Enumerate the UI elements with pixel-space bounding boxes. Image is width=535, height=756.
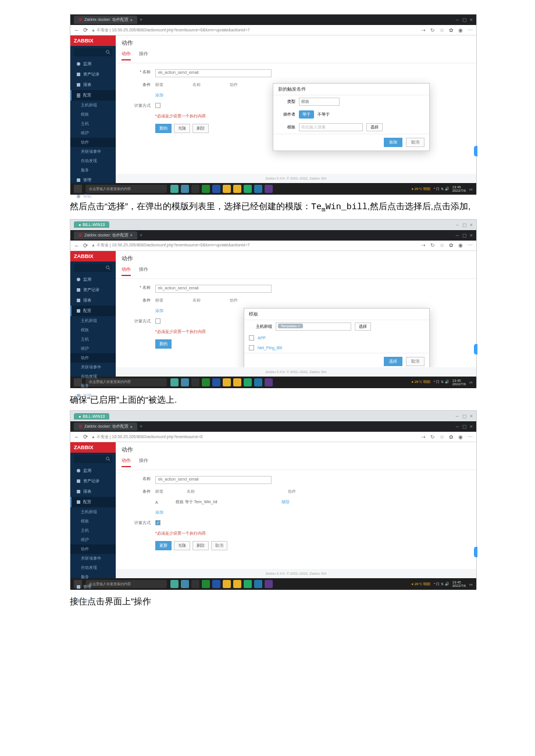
warn-text: *必须至少设置一个执行内容 xyxy=(155,113,206,119)
sidebar-item-help[interactable]: 帮助 xyxy=(70,191,116,202)
svg-rect-17 xyxy=(77,479,80,483)
select-button[interactable]: 选择 xyxy=(366,123,383,131)
menu-icon[interactable]: ⋯ xyxy=(468,27,473,33)
taskbar-icon[interactable] xyxy=(202,185,210,193)
back-icon[interactable]: ← xyxy=(74,242,80,249)
taskbar-icon[interactable] xyxy=(170,185,179,193)
sub-services[interactable]: 服务 xyxy=(70,166,116,175)
new-button[interactable]: 新的 xyxy=(155,124,172,133)
taskbar-icon[interactable] xyxy=(191,185,199,193)
win-close-icon[interactable]: × xyxy=(470,17,473,23)
group-chip[interactable]: Templates × xyxy=(278,324,303,328)
type-select[interactable]: 模板 xyxy=(299,98,340,106)
add-link[interactable]: 添加 xyxy=(155,92,163,98)
sidebar-item-inventory[interactable]: 资产记录 xyxy=(70,69,116,80)
page-tabs: 动作 操作 xyxy=(116,51,476,63)
svg-point-7 xyxy=(106,266,109,268)
calc-checkbox[interactable] xyxy=(155,103,160,108)
tab-action[interactable]: 动作 xyxy=(122,51,131,60)
url-field[interactable]: ▲ 不安全 | 10.56.25.205/8083/actionconf.php… xyxy=(91,242,418,248)
browser-titlebar: ▤Zabbix docker: 动作配置× + –◻× xyxy=(70,15,476,25)
tray-icons[interactable]: ^ 口 ⇅ 🔊 xyxy=(434,187,449,192)
cond-text: 模板 等于 Tem_Win_bil xyxy=(176,499,217,505)
back-icon[interactable]: ← xyxy=(74,27,80,33)
sub-correlation[interactable]: 关联项事件 xyxy=(70,147,116,156)
tab-operations[interactable]: 操作 xyxy=(139,51,148,60)
taskbar-icon[interactable] xyxy=(244,185,252,193)
sidebar-item-monitoring[interactable]: 监测 xyxy=(70,59,116,69)
taskbar-icon[interactable] xyxy=(233,185,241,193)
svg-point-0 xyxy=(106,51,109,53)
modal-cancel-button[interactable]: 取消 xyxy=(406,138,425,147)
sub-templates[interactable]: 模板 xyxy=(70,110,116,119)
sub-actions[interactable]: 动作 xyxy=(70,138,116,147)
sidebar-item-reports[interactable]: 报表 xyxy=(70,80,116,90)
instruction-3: 接住点击界面上”操作 xyxy=(70,594,477,609)
browser-titlebar: ▤Zabbix docker: 动作配置× + –◻× xyxy=(70,230,476,241)
windows-taskbar: 在这里输入你要搜索的内容 ● 29°C 晴朗 ^ 口 ⇅ 🔊 13:452022… xyxy=(70,183,476,195)
sub-discovery[interactable]: 自动发现 xyxy=(70,156,116,166)
browser-tab[interactable]: ▤Zabbix docker: 动作配置× xyxy=(74,231,137,239)
calc-label: 计算方式 xyxy=(127,103,151,109)
svg-line-15 xyxy=(109,460,110,461)
taskbar-clock[interactable]: 13:452022/7/6 xyxy=(452,185,466,192)
template-input[interactable]: 在此输入搜索 xyxy=(299,123,363,131)
chat-blob[interactable] xyxy=(474,146,477,156)
win-max-icon[interactable]: ◻ xyxy=(462,17,466,23)
template-row[interactable]: Net_Ping_Bill xyxy=(258,346,282,350)
weather-widget[interactable]: ● 29°C 晴朗 xyxy=(411,187,430,192)
clone-button[interactable]: 克隆 xyxy=(174,124,190,133)
template-row[interactable]: APP xyxy=(258,336,266,340)
sidebar-search[interactable] xyxy=(74,48,112,56)
notif-icon[interactable]: ▭ xyxy=(469,187,473,191)
host-tab[interactable]: ● BILL-WIN10 xyxy=(74,221,109,228)
win-close-icon[interactable]: × xyxy=(470,222,473,228)
new-tab-button[interactable]: + xyxy=(140,17,142,23)
svg-rect-4 xyxy=(77,83,80,87)
fav-icon[interactable]: ☆ xyxy=(440,27,444,33)
modal-cancel-button[interactable]: 取消 xyxy=(406,357,425,366)
win-min-icon[interactable]: – xyxy=(456,17,459,23)
read-icon[interactable]: ⇢ xyxy=(421,27,426,33)
win-max-icon[interactable]: ◻ xyxy=(462,222,466,228)
sidebar-item-admin[interactable]: 管理 xyxy=(70,175,116,185)
op-notequal[interactable]: 不等于 xyxy=(318,112,330,117)
taskbar-icon[interactable] xyxy=(181,185,189,193)
brand-logo[interactable]: ZABBIX xyxy=(70,35,116,46)
name-input[interactable]: ek_action_send_email xyxy=(155,69,272,77)
taskbar-icon[interactable] xyxy=(212,185,220,193)
profile-icon[interactable]: ◉ xyxy=(458,27,463,33)
select-button[interactable]: 选择 xyxy=(355,323,371,331)
page-title: 动作 xyxy=(116,35,476,51)
modal-select-button[interactable]: 选择 xyxy=(384,357,402,366)
modal-title: 新的触发条件 xyxy=(273,84,429,95)
sub-maintenance[interactable]: 维护 xyxy=(70,128,116,138)
remove-link[interactable]: 移除 xyxy=(281,499,290,505)
taskbar-icon[interactable] xyxy=(265,185,273,193)
sub-hostgroups[interactable]: 主机群组 xyxy=(70,101,116,110)
reload-icon[interactable]: ⟳ xyxy=(83,242,88,249)
delete-button[interactable]: 删除 xyxy=(192,124,209,133)
browser-tab[interactable]: ▤Zabbix docker: 动作配置× xyxy=(74,16,137,24)
svg-rect-3 xyxy=(77,73,80,76)
main-content: 动作 动作 操作 * 名称ek_action_send_email 条件 标签名… xyxy=(116,35,476,183)
enabled-checkbox[interactable]: ✓ xyxy=(155,520,160,525)
svg-point-2 xyxy=(77,62,80,66)
url-field[interactable]: ▲ 不安全 | 10.56.25.205/8083/actionconf.php… xyxy=(91,27,418,33)
new-tab-button[interactable]: + xyxy=(140,232,142,238)
win-min-icon[interactable]: – xyxy=(456,222,459,228)
taskbar-icon[interactable] xyxy=(254,185,262,193)
svg-rect-13 xyxy=(77,394,80,397)
svg-line-8 xyxy=(109,268,110,270)
row-checkbox[interactable] xyxy=(249,335,254,341)
sub-hosts[interactable]: 主机 xyxy=(70,119,116,128)
sidebar-item-config[interactable]: 配置 xyxy=(70,90,116,101)
reload-icon[interactable]: ⟳ xyxy=(83,27,88,33)
row-checkbox[interactable] xyxy=(249,345,254,350)
op-equal[interactable]: 等于 xyxy=(299,110,314,119)
taskbar-icon[interactable] xyxy=(223,185,231,193)
modal-add-button[interactable]: 添加 xyxy=(384,138,402,147)
svg-line-1 xyxy=(109,53,110,55)
ext-icon[interactable]: ✿ xyxy=(449,27,454,33)
sync-icon[interactable]: ↻ xyxy=(430,27,435,33)
